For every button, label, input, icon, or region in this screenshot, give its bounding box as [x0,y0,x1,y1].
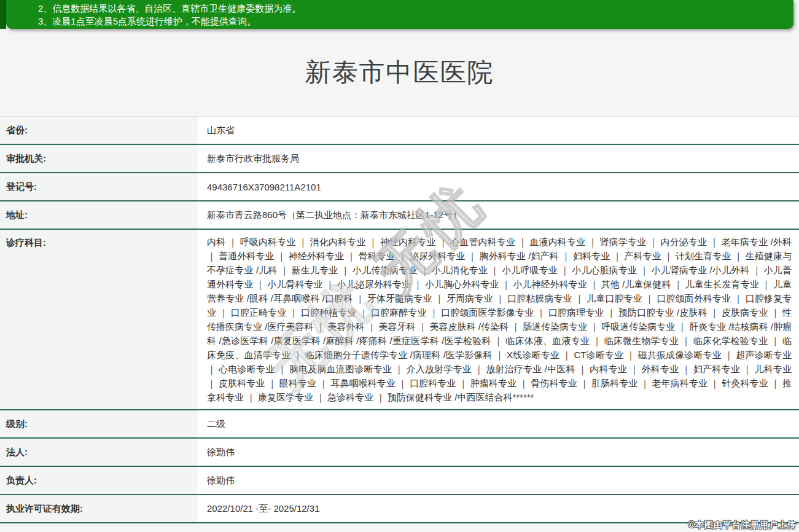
page-title: 新泰市中医医院 [305,55,494,90]
row-value: 二级 [198,410,799,437]
row-label: 法人: [0,439,198,466]
hospital-info-table: 省份: 山东省 审批机关: 新泰市行政审批服务局 登记号: 49436716X3… [0,116,799,523]
table-row: 地址: 新泰市青云路860号（第二执业地点：新泰市东城社区1-12号） [0,201,799,230]
row-label: 诊疗科目: [0,230,198,409]
row-value: 山东省 [198,117,799,144]
row-label: 地址: [0,201,198,229]
row-label: 执业许可证有效期: [0,495,198,522]
table-row: 法人: 徐勤伟 [0,439,799,467]
row-label: 负责人: [0,467,198,494]
row-value: 新泰市行政审批服务局 [198,145,799,172]
table-row: 登记号: 49436716X37098211A2101 [0,173,799,201]
table-row: 级别: 二级 [0,410,799,439]
row-label: 省份: [0,117,198,144]
image-credit-watermark: ©本图由平台注册用户上传 [688,520,797,531]
title-area: 新泰市中医医院 [0,29,799,116]
notice-banner: 2、信息数据结果以各省、自治区、直辖市卫生健康委数据为准。 3、凌晨1点至凌晨5… [6,0,793,29]
banner-left-edge [0,0,6,29]
row-label: 审批机关: [0,145,198,172]
table-row: 负责人: 徐勤伟 [0,467,799,495]
row-value: 2022/10/21 -至- 2025/12/31 [198,495,799,522]
row-value: 徐勤伟 [198,439,799,466]
table-row: 执业许可证有效期: 2022/10/21 -至- 2025/12/31 [0,495,799,523]
row-value: 新泰市青云路860号（第二执业地点：新泰市东城社区1-12号） [198,201,799,229]
row-value: 徐勤伟 [198,467,799,494]
table-row: 诊疗科目: 内科 ｜ 呼吸内科专业 ｜ 消化内科专业 ｜ 神经内科专业 ｜ 心血… [0,230,799,410]
notice-line-2: 2、信息数据结果以各省、自治区、直辖市卫生健康委数据为准。 [38,2,793,15]
row-value: 49436716X37098211A2101 [198,173,799,200]
table-row: 审批机关: 新泰市行政审批服务局 [0,145,799,173]
row-value: 内科 ｜ 呼吸内科专业 ｜ 消化内科专业 ｜ 神经内科专业 ｜ 心血管内科专业 … [198,230,799,409]
notice-line-3: 3、凌晨1点至凌晨5点系统进行维护，不能提供查询。 [38,15,793,28]
row-label: 级别: [0,410,198,437]
table-row: 省份: 山东省 [0,117,799,145]
row-label: 登记号: [0,173,198,200]
